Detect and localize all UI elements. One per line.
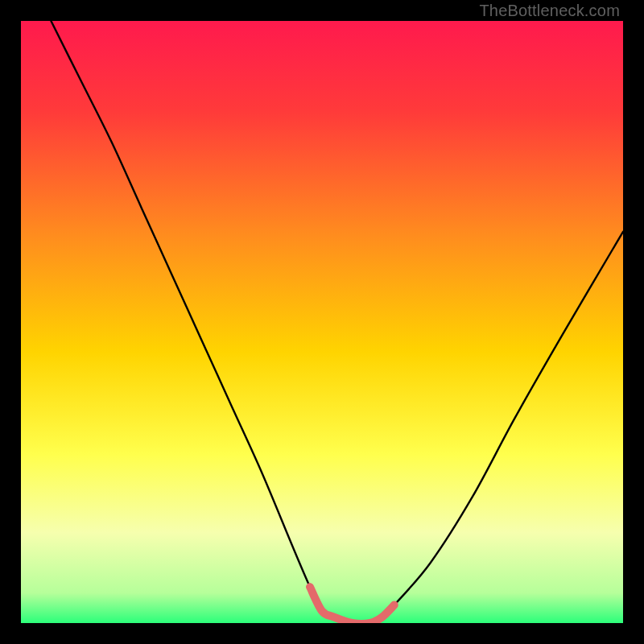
gradient-background	[21, 21, 623, 623]
attribution-text: TheBottleneck.com	[479, 2, 620, 20]
chart-frame: TheBottleneck.com	[0, 0, 644, 644]
plot-canvas	[21, 21, 623, 623]
